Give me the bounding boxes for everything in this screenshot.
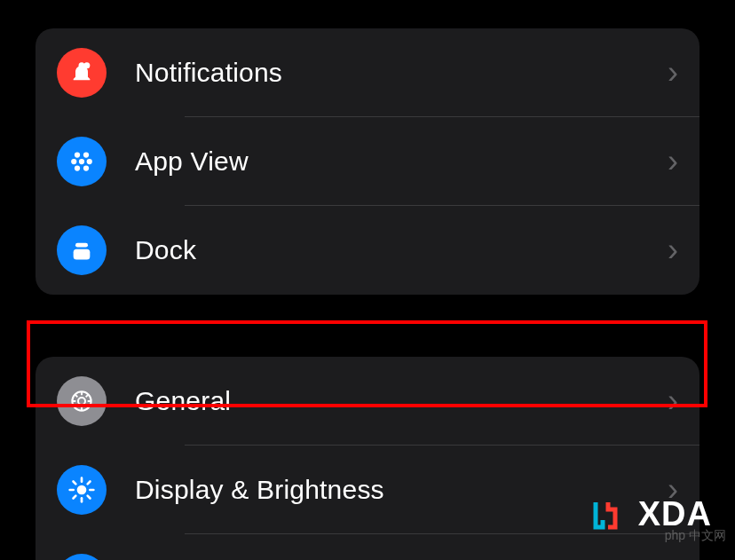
svg-line-25 (74, 482, 76, 485)
dock-icon (57, 225, 107, 275)
row-label: Dock (135, 235, 668, 265)
svg-line-16 (75, 394, 77, 397)
svg-point-1 (75, 152, 80, 157)
svg-point-3 (71, 159, 76, 164)
svg-point-2 (83, 152, 89, 157)
svg-point-6 (75, 165, 80, 170)
svg-point-11 (78, 398, 85, 405)
svg-line-17 (86, 406, 89, 408)
row-app-view[interactable]: App View › (36, 117, 699, 206)
chevron-right-icon: › (668, 383, 678, 420)
grid-icon (57, 137, 107, 186)
svg-point-5 (87, 159, 92, 164)
brightness-icon (57, 465, 107, 515)
xda-logo-icon (592, 497, 628, 532)
svg-point-4 (79, 159, 84, 164)
chevron-right-icon: › (668, 232, 678, 269)
row-general[interactable]: General › (36, 357, 699, 446)
svg-rect-8 (75, 243, 88, 248)
svg-point-7 (83, 165, 89, 170)
settings-group-1: Notifications › App View › Dock › (36, 28, 699, 295)
bell-icon (57, 48, 107, 98)
chevron-right-icon: › (668, 54, 678, 91)
row-accessibility[interactable]: Accessibility › (36, 534, 699, 560)
row-label: App View (135, 146, 668, 177)
accessibility-icon (57, 554, 107, 560)
svg-line-26 (88, 496, 91, 499)
row-dock[interactable]: Dock › (36, 206, 699, 295)
svg-rect-9 (74, 249, 91, 260)
gear-icon (57, 376, 107, 426)
row-label: General (135, 386, 668, 416)
php-watermark: php 中文网 (665, 528, 726, 544)
chevron-right-icon: › (668, 143, 678, 180)
row-label: Display & Brightness (135, 475, 668, 505)
svg-point-20 (77, 485, 87, 495)
row-label: Notifications (135, 58, 668, 88)
svg-line-19 (86, 394, 89, 397)
svg-line-27 (74, 496, 76, 499)
svg-point-0 (83, 62, 90, 68)
svg-line-18 (75, 406, 77, 408)
svg-line-28 (88, 482, 91, 485)
row-notifications[interactable]: Notifications › (36, 28, 699, 117)
